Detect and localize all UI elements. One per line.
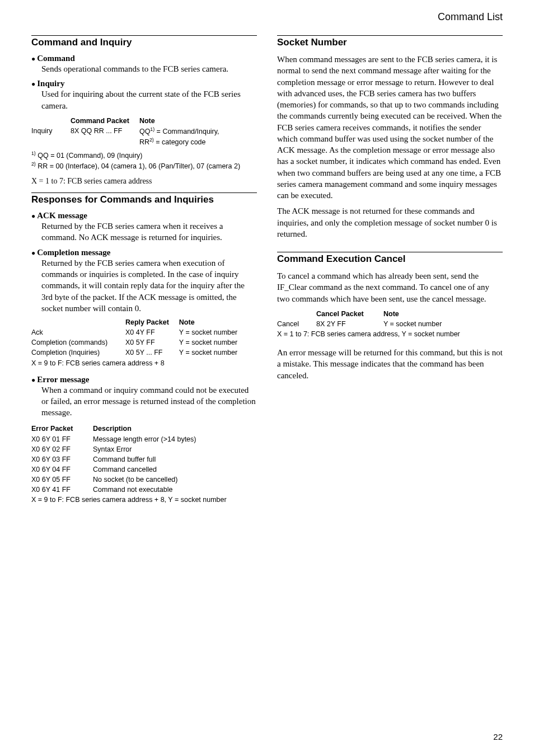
cell-desc: Command cancelled [93,464,157,475]
section-rule [277,35,503,36]
cell-note: Y = socket number [179,348,247,358]
qq-desc: = Command/Inquiry, [154,128,219,135]
cell-packet: 8X QQ RR ... FF [71,126,139,137]
cell-packet: X0 5Y ... FF [125,348,179,358]
page-number: 22 [493,732,503,741]
para-completion: Returned by the FCB series camera when e… [41,257,257,314]
cell-note: Y = socket number [179,337,247,348]
section-rule [277,252,503,252]
cancel-table-footnote: X = 1 to 7: FCB series camera address, Y… [277,329,503,339]
col-note: Note [179,317,247,327]
cell-cancel: Cancel [277,319,316,329]
cell-inquiry-label: Inquiry [31,126,71,137]
section-rule [31,35,257,36]
cell-packet: X0 5Y FF [125,337,179,348]
table-row: X0 6Y 03 FFCommand buffer full [31,454,257,464]
doc-section-label: Command List [31,11,503,23]
heading-completion: Completion message [31,248,257,257]
cell-completion-inq: Completion (Inquiries) [31,348,125,358]
cell-desc: Syntax Error [93,444,132,454]
cell-packet: 8X 2Y FF [316,319,383,329]
fn1-text: QQ = 01 (Command), 09 (Inquiry) [36,152,143,159]
table-row: RR2) = category code [31,137,229,147]
table-header-row: Cancel Packet Note [277,309,452,319]
command-packet-table: Command Packet Note Inquiry 8X QQ RR ...… [31,116,229,148]
footnote-1: 1) QQ = 01 (Command), 09 (Inquiry) [31,150,257,161]
qq-label: QQ [139,128,150,135]
reply-packet-table: Reply Packet Note Ack X0 4Y FF Y = socke… [31,317,247,358]
cell-packet: X0 6Y 05 FF [31,475,93,485]
table-row: Cancel 8X 2Y FF Y = socket number [277,319,452,329]
cell-desc: No socket (to be cancelled) [93,475,177,485]
table-header-row: Command Packet Note [31,116,229,126]
section-title-responses: Responses for Commands and Inquiries [31,194,257,205]
cell-desc: Command buffer full [93,454,156,464]
cancel-para-1: To cancel a command which has already be… [277,270,503,304]
col-error-packet: Error Packet [31,425,73,433]
cell-note: RR2) = category code [139,137,229,147]
table-header-row: Reply Packet Note [31,317,247,327]
table-row: Inquiry 8X QQ RR ... FF QQ1) = Command/I… [31,126,229,137]
para-ack: Returned by the FCB series camera when i… [41,220,257,243]
section-rule [31,192,257,193]
fn2-marker: 2) [31,161,36,167]
table-row: X0 6Y 02 FFSyntax Error [31,444,257,454]
heading-error: Error message [31,375,257,384]
section-title-command-inquiry: Command and Inquiry [31,37,257,48]
socket-para-2: The ACK message is not returned for thes… [277,205,503,240]
rr-label: RR [139,138,149,146]
para-command: Sends operational commands to the FCB se… [41,63,257,74]
cancel-packet-table: Cancel Packet Note Cancel 8X 2Y FF Y = s… [277,309,452,329]
para-error: When a command or inquiry command could … [41,384,257,419]
cell-completion-cmd: Completion (commands) [31,337,125,348]
cell-packet: X0 6Y 03 FF [31,454,93,464]
heading-ack: ACK message [31,211,257,220]
reply-table-footnote: X = 9 to F: FCB series camera address + … [31,358,257,368]
col-command-packet: Command Packet [71,116,139,126]
heading-command: Command [31,54,257,63]
address-note: X = 1 to 7: FCB series camera address [31,177,257,186]
error-table-footnote: X = 9 to F: FCB series camera address + … [31,495,257,505]
cell-packet: X0 6Y 04 FF [31,464,93,475]
right-column: Socket Number When command messages are … [277,33,503,505]
heading-inquiry: Inquiry [31,79,257,88]
cell-note: Y = socket number [383,319,452,329]
cell-packet: X0 6Y 41 FF [31,485,93,495]
table-row: Completion (commands) X0 5Y FF Y = socke… [31,337,247,348]
section-title-exec-cancel: Command Execution Cancel [277,253,503,265]
cell-note: QQ1) = Command/Inquiry, [139,126,229,137]
cell-note: Y = socket number [179,327,247,337]
table-row: X0 6Y 41 FFCommand not executable [31,485,257,495]
cell-desc: Command not executable [93,485,172,495]
cancel-para-2: An error message will be returned for th… [277,347,503,381]
fn1-marker: 1) [31,151,36,156]
two-column-layout: Command and Inquiry Command Sends operat… [31,33,503,505]
table-row: X0 6Y 01 FFMessage length error (>14 byt… [31,434,257,444]
cell-packet: X0 6Y 02 FF [31,444,93,454]
cell-packet: X0 4Y FF [125,327,179,337]
table-row: Ack X0 4Y FF Y = socket number [31,327,247,337]
section-title-socket-number: Socket Number [277,37,503,48]
left-column: Command and Inquiry Command Sends operat… [31,33,257,505]
col-note: Note [139,116,229,126]
error-packet-table: Error Packet Description X0 6Y 01 FFMess… [31,424,257,505]
cell-ack: Ack [31,327,125,337]
col-cancel-packet: Cancel Packet [316,309,383,319]
rr-desc: = category code [154,138,206,146]
table-row: Completion (Inquiries) X0 5Y ... FF Y = … [31,348,247,358]
cell-desc: Message length error (>14 bytes) [93,434,196,444]
col-description: Description [93,425,132,433]
cell-packet: X0 6Y 01 FF [31,434,93,444]
col-reply-packet: Reply Packet [125,317,179,327]
footnote-2: 2) RR = 00 (Interface), 04 (camera 1), 0… [31,161,257,171]
fn2-text: RR = 00 (Interface), 04 (camera 1), 06 (… [36,162,240,170]
table-header-row: Error Packet Description [31,424,257,434]
table-row: X0 6Y 05 FFNo socket (to be cancelled) [31,475,257,485]
socket-para-1: When command messages are sent to the FC… [277,54,503,201]
table-row: X0 6Y 04 FFCommand cancelled [31,464,257,475]
col-note: Note [383,309,452,319]
para-inquiry: Used for inquiring about the current sta… [41,88,257,111]
